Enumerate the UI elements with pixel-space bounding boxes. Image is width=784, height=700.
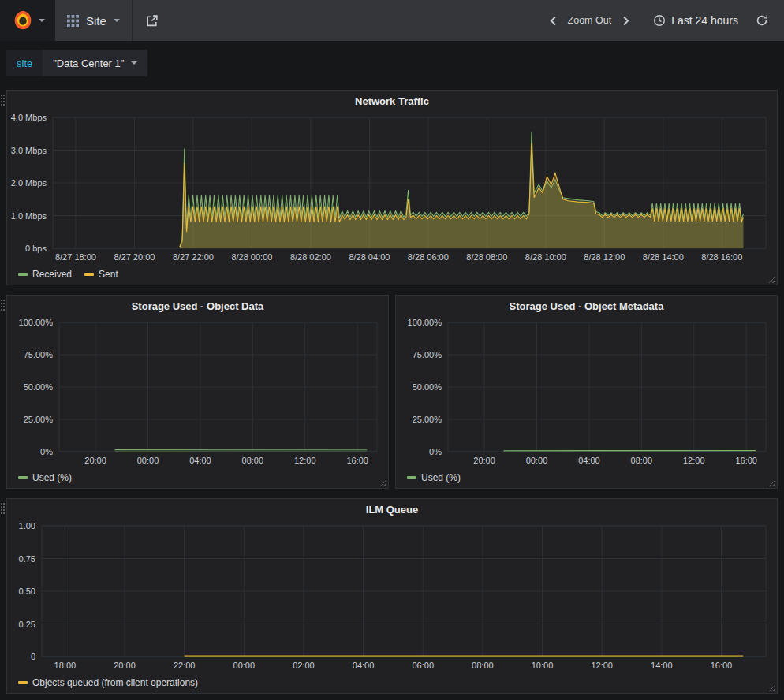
legend-label: Used (%) (32, 472, 72, 483)
legend-label: Received (32, 269, 72, 280)
svg-text:18:00: 18:00 (54, 661, 77, 670)
dashboard-picker-site[interactable]: Site (55, 0, 133, 41)
row-drag-handle[interactable] (1, 503, 2, 505)
svg-text:8/28 08:00: 8/28 08:00 (466, 252, 507, 262)
svg-text:16:00: 16:00 (346, 456, 368, 465)
svg-text:00:00: 00:00 (137, 456, 159, 465)
ilm-queue-plot[interactable]: 1.000.750.500.25018:0020:0022:0000:0002:… (7, 519, 777, 672)
svg-text:20:00: 20:00 (84, 456, 106, 465)
svg-text:25.00%: 25.00% (24, 415, 54, 424)
legend-item-used[interactable]: Used (%) (18, 472, 72, 483)
chevron-down-icon (114, 19, 120, 22)
svg-text:0%: 0% (429, 447, 442, 456)
legend-swatch-icon (18, 273, 28, 276)
ilm-queue-legend: Objects queued (from client operations) (7, 672, 777, 693)
refresh-dashboard-button[interactable] (749, 14, 775, 27)
panel-title-storage-object-metadata[interactable]: Storage Used - Object Metadata (396, 296, 777, 316)
network-traffic-plot[interactable]: 4.0 Mbps3.0 Mbps2.0 Mbps1.0 Mbps0 bps8/2… (7, 111, 777, 264)
legend-swatch-icon (407, 476, 416, 479)
row-drag-handle[interactable] (1, 300, 2, 301)
chevron-down-icon (131, 61, 137, 65)
legend-swatch-icon (84, 273, 94, 276)
svg-text:50.00%: 50.00% (413, 382, 442, 392)
svg-text:8/28 14:00: 8/28 14:00 (643, 252, 684, 262)
svg-text:08:00: 08:00 (631, 456, 653, 465)
time-shift-controls: Zoom Out (537, 13, 643, 29)
svg-text:3.0 Mbps: 3.0 Mbps (11, 146, 47, 155)
panel-title-network-traffic[interactable]: Network Traffic (7, 91, 777, 111)
legend-item-sent[interactable]: Sent (84, 269, 118, 280)
panel-storage-object-data: Storage Used - Object Data 100.00%75.00%… (6, 295, 389, 489)
variable-label: site (6, 50, 43, 76)
svg-text:50.00%: 50.00% (24, 382, 54, 392)
panel-ilm-queue: ILM Queue 1.000.750.500.25018:0020:0022:… (6, 498, 778, 694)
svg-text:100.00%: 100.00% (19, 318, 54, 327)
dashboard-row-2: Storage Used - Object Data 100.00%75.00%… (6, 295, 778, 489)
top-navbar: Site Zoom Out (0, 0, 784, 41)
storage-object-data-plot[interactable]: 100.00%75.00%50.00%25.00%0%20:0000:0004:… (7, 316, 388, 467)
svg-text:8/28 00:00: 8/28 00:00 (231, 252, 272, 262)
legend-item-objects-queued-from-client-operations[interactable]: Objects queued (from client operations) (18, 677, 198, 688)
legend-label: Used (%) (421, 472, 461, 483)
svg-text:25.00%: 25.00% (413, 415, 442, 424)
shift-time-forward-button[interactable] (620, 13, 633, 29)
svg-text:16:00: 16:00 (711, 661, 733, 670)
variable-value-text: "Data Center 1" (53, 58, 124, 69)
svg-text:12:00: 12:00 (294, 456, 316, 465)
svg-text:75.00%: 75.00% (24, 350, 54, 359)
svg-text:2.0 Mbps: 2.0 Mbps (11, 178, 47, 188)
dashboard-row-1: Network Traffic 4.0 Mbps3.0 Mbps2.0 Mbps… (6, 90, 778, 285)
panel-title-storage-object-data[interactable]: Storage Used - Object Data (7, 296, 388, 316)
share-icon (145, 14, 159, 28)
svg-text:8/28 16:00: 8/28 16:00 (701, 252, 742, 262)
svg-text:0.75: 0.75 (19, 554, 35, 564)
svg-text:8/27 22:00: 8/27 22:00 (173, 252, 214, 262)
variable-value-dropdown[interactable]: "Data Center 1" (43, 50, 147, 76)
svg-text:22:00: 22:00 (174, 661, 196, 670)
svg-text:100.00%: 100.00% (408, 318, 442, 327)
svg-text:10:00: 10:00 (532, 661, 554, 670)
grafana-logo-icon (11, 9, 35, 32)
svg-text:8/28 04:00: 8/28 04:00 (349, 252, 390, 262)
svg-text:1.00: 1.00 (19, 521, 35, 531)
legend-item-used[interactable]: Used (%) (407, 472, 461, 483)
clock-icon (653, 14, 666, 27)
svg-text:0.50: 0.50 (19, 586, 35, 596)
svg-text:12:00: 12:00 (591, 661, 613, 670)
grid-icon (67, 15, 79, 27)
storage-object-metadata-legend: Used (%) (396, 467, 777, 488)
panel-network-traffic: Network Traffic 4.0 Mbps3.0 Mbps2.0 Mbps… (6, 90, 778, 285)
svg-text:0: 0 (31, 652, 35, 661)
dashboard-grid: Network Traffic 4.0 Mbps3.0 Mbps2.0 Mbps… (0, 76, 784, 694)
row-drag-handle[interactable] (1, 95, 2, 96)
grafana-logo-button[interactable] (0, 0, 55, 41)
time-range-label: Last 24 hours (671, 14, 738, 27)
svg-text:12:00: 12:00 (683, 456, 705, 465)
svg-text:8/28 12:00: 8/28 12:00 (584, 252, 625, 262)
svg-text:02:00: 02:00 (293, 661, 315, 670)
zoom-out-button[interactable]: Zoom Out (568, 15, 612, 26)
storage-object-metadata-plot[interactable]: 100.00%75.00%50.00%25.00%0%20:0000:0004:… (396, 316, 777, 467)
legend-item-received[interactable]: Received (18, 269, 72, 280)
time-range-picker[interactable]: Last 24 hours (642, 14, 749, 27)
svg-text:8/28 02:00: 8/28 02:00 (290, 252, 331, 262)
dashboard-picker-label: Site (86, 14, 106, 28)
svg-text:08:00: 08:00 (242, 456, 264, 465)
dashboard-submenu: site "Data Center 1" (0, 41, 784, 76)
share-dashboard-button[interactable] (133, 0, 171, 41)
svg-text:8/28 06:00: 8/28 06:00 (408, 252, 449, 262)
dashboard-row-3: ILM Queue 1.000.750.500.25018:0020:0022:… (6, 498, 778, 694)
svg-text:8/27 18:00: 8/27 18:00 (55, 252, 96, 262)
svg-text:14:00: 14:00 (651, 661, 673, 670)
svg-text:0 bps: 0 bps (25, 244, 47, 253)
svg-text:04:00: 04:00 (578, 456, 600, 465)
legend-label: Objects queued (from client operations) (32, 677, 198, 688)
svg-text:04:00: 04:00 (353, 661, 375, 670)
template-variable-site[interactable]: site "Data Center 1" (6, 50, 147, 76)
shift-time-back-button[interactable] (547, 13, 559, 29)
svg-text:04:00: 04:00 (189, 456, 211, 465)
storage-object-data-legend: Used (%) (7, 467, 388, 488)
panel-title-ilm-queue[interactable]: ILM Queue (7, 499, 777, 519)
svg-text:0%: 0% (40, 447, 53, 456)
network-traffic-legend: ReceivedSent (7, 264, 777, 285)
